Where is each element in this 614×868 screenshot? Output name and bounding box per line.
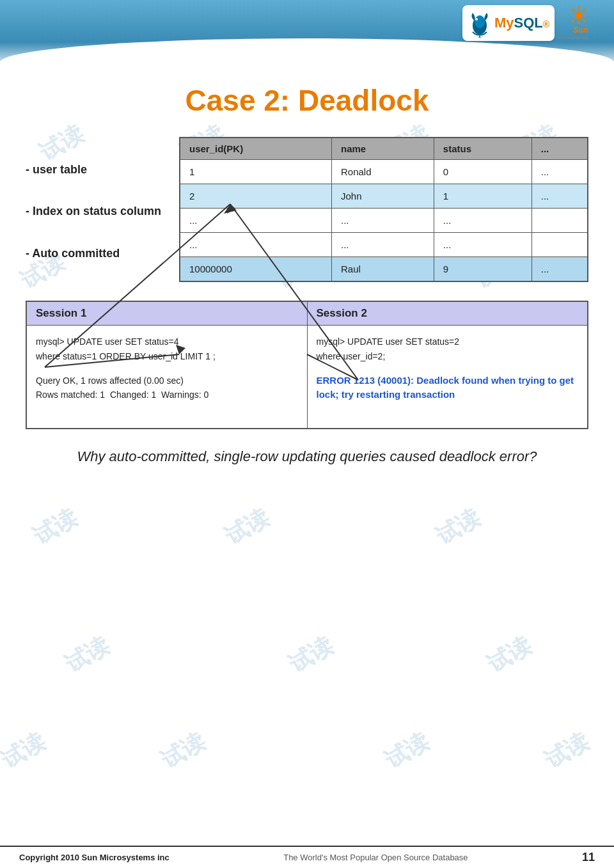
watermark: 试读: [482, 630, 537, 680]
cell-extra: ...: [531, 160, 588, 184]
watermark: 试读: [219, 502, 275, 552]
session-2-col: Session 2 mysql> UPDATE user SET status=…: [308, 302, 588, 428]
bullets-list: - user table - Index on status column - …: [26, 137, 166, 288]
footer-copyright: Copyright 2010 Sun Microsystems inc: [19, 853, 169, 862]
session-1-result: Query OK, 1 rows affected (0.00 sec) Row…: [36, 374, 298, 402]
bullet-autocommit: - Auto committed: [26, 246, 166, 261]
session-2-header: Session 2: [308, 302, 588, 326]
cell-uid: ...: [180, 233, 331, 257]
cell-extra: [531, 209, 588, 233]
session-1-header: Session 1: [27, 302, 307, 326]
content-row: - user table - Index on status column - …: [26, 137, 588, 288]
session-1-body: mysql> UPDATE user SET status=4 where st…: [27, 326, 307, 428]
table-wrapper: user_id(PK) name status ... 1 Ronald 0 .…: [179, 137, 588, 282]
watermark: 试读: [0, 726, 51, 776]
watermark: 试读: [155, 726, 211, 776]
cell-status: 0: [434, 160, 531, 184]
bottom-question: Why auto-committed, single-row updating …: [26, 448, 588, 465]
cell-name: Ronald: [331, 160, 434, 184]
col-status: status: [434, 138, 531, 160]
col-name: name: [331, 138, 434, 160]
mysql-logo: MySQL®: [462, 5, 555, 41]
sun-brand-label: Sun: [572, 25, 588, 35]
footer: Copyright 2010 Sun Microsystems inc The …: [0, 846, 614, 868]
cell-status: ...: [434, 209, 531, 233]
watermark: 试读: [539, 726, 595, 776]
svg-line-11: [572, 19, 575, 22]
svg-line-8: [572, 9, 575, 12]
cell-name: John: [331, 184, 434, 209]
table-row-dark: 10000000 Raul 9 ...: [180, 257, 588, 282]
col-extra: ...: [531, 138, 588, 160]
bullet-index: - Index on status column: [26, 204, 166, 219]
session-1-query: mysql> UPDATE user SET status=4 where st…: [36, 335, 298, 363]
table-header-row: user_id(PK) name status ...: [180, 138, 588, 160]
dolphin-icon: [468, 8, 492, 38]
svg-point-3: [575, 12, 583, 19]
cell-name: ...: [331, 209, 434, 233]
top-banner: MySQL® Sun microsystems: [0, 0, 614, 70]
svg-line-10: [583, 9, 585, 12]
sessions-container: Session 1 mysql> UPDATE user SET status=…: [26, 301, 588, 429]
sun-logo: Sun microsystems: [557, 6, 588, 40]
cell-status: 9: [434, 257, 531, 282]
mysql-text-label: MySQL®: [494, 16, 549, 30]
table-row: 1 Ronald 0 ...: [180, 160, 588, 184]
svg-point-1: [475, 15, 485, 28]
watermark: 试读: [59, 630, 115, 680]
cell-uid: ...: [180, 209, 331, 233]
session-2-error: ERROR 1213 (40001): Deadlock found when …: [317, 374, 579, 402]
cell-status: ...: [434, 233, 531, 257]
bullet-user-table: - user table: [26, 162, 166, 177]
table-row-highlight: 2 John 1 ...: [180, 184, 588, 209]
session-2-query: mysql> UPDATE user SET status=2 where us…: [317, 335, 579, 363]
cell-uid: 2: [180, 184, 331, 209]
watermark: 试读: [28, 502, 83, 552]
footer-tagline: The World's Most Popular Open Source Dat…: [283, 853, 468, 862]
logo-area: MySQL® Sun microsystems: [462, 5, 588, 41]
cell-status: 1: [434, 184, 531, 209]
cell-name: ...: [331, 233, 434, 257]
cell-extra: [531, 233, 588, 257]
watermark: 试读: [430, 502, 486, 552]
svg-line-9: [583, 19, 585, 22]
main-content: Case 2: Deadlock - user table - Index on…: [0, 70, 614, 491]
session-2-body: mysql> UPDATE user SET status=2 where us…: [308, 326, 588, 428]
cell-uid: 1: [180, 160, 331, 184]
table-row: ... ... ...: [180, 209, 588, 233]
cell-uid: 10000000: [180, 257, 331, 282]
slide-title: Case 2: Deadlock: [26, 83, 588, 118]
footer-page-number: 11: [582, 851, 595, 864]
sun-icon: [569, 6, 588, 25]
cell-extra: ...: [531, 184, 588, 209]
session-1-col: Session 1 mysql> UPDATE user SET status=…: [27, 302, 308, 428]
sun-sub-label: microsystems: [557, 35, 588, 40]
col-user-id: user_id(PK): [180, 138, 331, 160]
svg-point-2: [475, 18, 478, 20]
cell-extra: ...: [531, 257, 588, 282]
table-row: ... ... ...: [180, 233, 588, 257]
watermark: 试读: [379, 726, 435, 776]
watermark: 试读: [283, 630, 339, 680]
user-table: user_id(PK) name status ... 1 Ronald 0 .…: [179, 137, 588, 282]
cell-name: Raul: [331, 257, 434, 282]
